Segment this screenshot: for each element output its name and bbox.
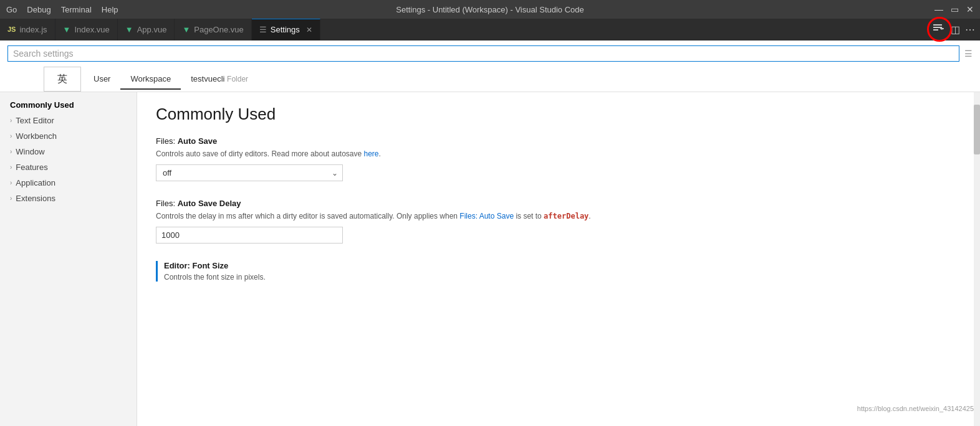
tab-label: Settings	[271, 25, 300, 34]
tab-index-js[interactable]: JS index.js	[0, 19, 55, 40]
settings-sidebar: Commonly Used › Text Editor › Workbench …	[0, 92, 137, 426]
files-autosave-link[interactable]: Files: Auto Save	[459, 212, 514, 220]
chevron-right-icon: ›	[10, 117, 12, 124]
sidebar-commonly-used-label: Commonly Used	[10, 100, 74, 110]
maximize-button[interactable]: ▭	[951, 4, 959, 14]
close-button[interactable]: ✕	[966, 4, 974, 14]
menu-bar: Go Debug Terminal Help	[6, 5, 118, 14]
tab-label: index.js	[19, 25, 47, 34]
user-tab-icon[interactable]: 英	[44, 67, 81, 92]
vertical-scrollbar[interactable]	[974, 92, 980, 426]
auto-save-label-bold: Auto Save	[178, 136, 218, 146]
window-title: Settings - Untitled (Workspace) - Visual…	[396, 5, 584, 14]
auto-save-delay-label: Files: Auto Save Delay	[156, 199, 955, 208]
tab-label: PageOne.vue	[194, 25, 244, 34]
user-kanji: 英	[57, 73, 67, 86]
panel-title: Commonly Used	[156, 105, 955, 124]
open-settings-json-button[interactable]	[932, 22, 946, 37]
editor-font-size-description: Controls the font size in pixels.	[164, 273, 955, 282]
svg-rect-1	[933, 27, 942, 28]
sidebar-application-label: Application	[16, 178, 55, 187]
chevron-right-icon: ›	[10, 148, 12, 155]
auto-save-delay-label-bold: Auto Save Delay	[178, 199, 241, 208]
tab-workspace-label: Workspace	[130, 74, 171, 83]
tab-label: Index.vue	[74, 25, 109, 34]
chevron-right-icon: ›	[10, 195, 12, 202]
sidebar-item-workbench[interactable]: › Workbench	[0, 128, 137, 144]
sidebar-text-editor-label: Text Editor	[16, 116, 54, 125]
sidebar-workbench-label: Workbench	[16, 131, 57, 141]
sidebar-window-label: Window	[16, 147, 44, 156]
tab-close-button[interactable]: ✕	[306, 26, 312, 34]
afterdelay-code: afterDelay	[544, 212, 588, 220]
sidebar-item-features[interactable]: › Features	[0, 159, 137, 175]
js-icon: JS	[7, 26, 16, 33]
tab-user-label: User	[94, 74, 110, 83]
more-actions-button[interactable]: ⋯	[965, 24, 975, 36]
menu-debug[interactable]: Debug	[27, 5, 50, 14]
settings-scope-tabs: 英 User Workspace testvuecli Folder	[0, 67, 980, 92]
sidebar-extensions-label: Extensions	[16, 194, 55, 203]
tab-label: App.vue	[137, 25, 167, 34]
setting-editor-font-size: Editor: Font Size Controls the font size…	[156, 261, 955, 282]
menu-go[interactable]: Go	[6, 5, 17, 14]
sidebar-item-window[interactable]: › Window	[0, 144, 137, 159]
tab-app-vue[interactable]: ▼ App.vue	[118, 19, 175, 40]
vue-icon: ▼	[63, 25, 71, 34]
auto-save-description: Controls auto save of dirty editors. Rea…	[156, 148, 955, 159]
auto-save-delay-input[interactable]	[156, 227, 343, 244]
tab-bar: JS index.js ▼ Index.vue ▼ App.vue ▼ Page…	[0, 19, 980, 40]
menu-help[interactable]: Help	[102, 5, 118, 14]
vue-icon: ▼	[125, 25, 133, 34]
window-controls: — ▭ ✕	[934, 4, 974, 14]
scrollbar-thumb[interactable]	[974, 105, 980, 154]
main-area: ☰ 英 User Workspace testvuecli Folder Com…	[0, 40, 980, 426]
tab-folder-name: testvuecli	[191, 74, 224, 83]
bottom-url: https://blog.csdn.net/weixin_43142425	[857, 405, 974, 412]
chevron-right-icon: ›	[10, 133, 12, 140]
settings-icon: ☰	[259, 25, 267, 34]
settings-panel: Commonly Used Files: Auto Save Controls …	[137, 92, 974, 426]
tab-folder[interactable]: testvuecli Folder	[181, 69, 258, 90]
menu-terminal[interactable]: Terminal	[61, 5, 92, 14]
tab-pageone-vue[interactable]: ▼ PageOne.vue	[175, 19, 251, 40]
minimize-button[interactable]: —	[934, 4, 943, 14]
tab-user[interactable]: User	[84, 69, 120, 90]
vue-icon: ▼	[182, 25, 190, 34]
auto-save-label: Files: Auto Save	[156, 136, 955, 146]
search-input[interactable]	[7, 45, 959, 62]
svg-rect-0	[933, 24, 942, 26]
autosave-link[interactable]: here	[364, 149, 379, 158]
split-editor-button[interactable]: ◫	[951, 24, 960, 36]
setting-auto-save-delay: Files: Auto Save Delay Controls the dela…	[156, 199, 955, 244]
auto-save-select-wrapper: off afterDelay onFocusChange onWindowCha…	[156, 164, 343, 181]
sidebar-item-application[interactable]: › Application	[0, 175, 137, 191]
settings-content: Commonly Used › Text Editor › Workbench …	[0, 92, 980, 426]
tab-folder-label: Folder	[227, 75, 248, 83]
sidebar-item-text-editor[interactable]: › Text Editor	[0, 113, 137, 128]
sidebar-features-label: Features	[16, 163, 47, 172]
setting-auto-save: Files: Auto Save Controls auto save of d…	[156, 136, 955, 181]
tab-bar-actions: ◫ ⋯	[932, 22, 980, 37]
sidebar-item-extensions[interactable]: › Extensions	[0, 191, 137, 206]
sidebar-item-commonly-used[interactable]: Commonly Used	[0, 97, 137, 113]
auto-save-select[interactable]: off afterDelay onFocusChange onWindowCha…	[156, 164, 343, 181]
search-bar-container: ☰	[0, 40, 980, 67]
tab-index-vue[interactable]: ▼ Index.vue	[55, 19, 118, 40]
tab-workspace[interactable]: Workspace	[120, 69, 181, 90]
tab-settings[interactable]: ☰ Settings ✕	[252, 19, 320, 40]
svg-rect-2	[933, 29, 938, 31]
search-filter-icon: ☰	[964, 49, 973, 59]
title-bar: Go Debug Terminal Help Settings - Untitl…	[0, 0, 980, 19]
auto-save-delay-description: Controls the delay in ms after which a d…	[156, 211, 955, 222]
editor-font-size-label: Editor: Font Size	[164, 261, 955, 270]
chevron-right-icon: ›	[10, 164, 12, 171]
chevron-right-icon: ›	[10, 179, 12, 186]
